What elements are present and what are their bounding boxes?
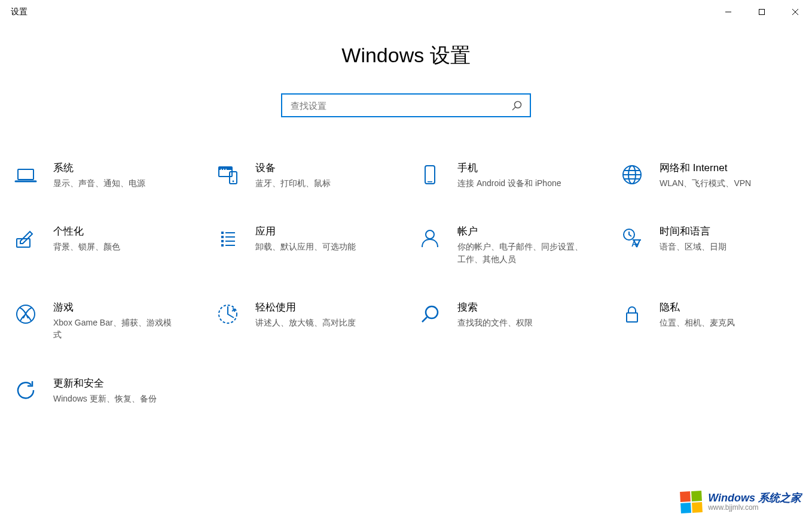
search-input[interactable] [281,93,531,117]
watermark-brand-prefix: Windows [708,492,755,504]
category-title: 网络和 Internet [660,162,799,175]
category-desc: 查找我的文件、权限 [457,317,583,329]
watermark-logo-icon [680,491,703,513]
category-desc: 背景、锁屏、颜色 [53,241,179,253]
category-text: 更新和安全Windows 更新、恢复、备份 [53,377,193,405]
laptop-icon [14,163,38,187]
category-tile-phone[interactable]: 手机连接 Android 设备和 iPhone [414,159,600,191]
minimize-button[interactable] [712,0,745,24]
time-lang-icon [620,226,644,250]
category-text: 应用卸载、默认应用、可选功能 [255,225,395,253]
devices-icon [216,163,240,187]
maximize-icon [758,8,765,16]
category-desc: 语音、区域、日期 [660,241,785,253]
svg-rect-29 [759,10,765,15]
list-icon [216,226,240,250]
category-title: 轻松使用 [255,301,395,314]
close-icon [792,8,799,16]
pen-icon [14,226,38,250]
category-text: 游戏Xbox Game Bar、捕获、游戏模式 [53,301,193,341]
category-text: 网络和 InternetWLAN、飞行模式、VPN [660,162,799,189]
lock-icon [620,302,644,326]
category-tile-time-lang[interactable]: 时间和语言语音、区域、日期 [616,223,802,267]
category-desc: 卸载、默认应用、可选功能 [255,241,381,253]
category-tile-update[interactable]: 更新和安全Windows 更新、恢复、备份 [10,375,196,407]
xbox-icon [14,302,38,326]
category-title: 个性化 [53,225,193,238]
category-tile-devices[interactable]: 设备蓝牙、打印机、鼠标 [212,159,398,191]
category-tile-ease[interactable]: 轻松使用讲述人、放大镜、高对比度 [212,299,398,343]
category-desc: 显示、声音、通知、电源 [53,177,179,189]
maximize-button[interactable] [745,0,779,24]
category-title: 设备 [255,162,395,175]
category-tile-personalize[interactable]: 个性化背景、锁屏、颜色 [10,223,196,267]
update-icon [14,378,38,402]
watermark-brand-suffix: 系统之家 [758,492,801,504]
category-desc: WLAN、飞行模式、VPN [660,177,785,189]
categories-grid: 系统显示、声音、通知、电源设备蓝牙、打印机、鼠标手机连接 Android 设备和… [10,147,802,407]
titlebar: 设置 [0,0,812,24]
category-tile-gaming[interactable]: 游戏Xbox Game Bar、捕获、游戏模式 [10,299,196,343]
minimize-icon [725,8,732,16]
category-tile-search-cat[interactable]: 搜索查找我的文件、权限 [414,299,600,343]
category-text: 帐户你的帐户、电子邮件、同步设置、工作、其他人员 [457,225,597,265]
settings-search [281,93,531,117]
category-desc: 位置、相机、麦克风 [660,317,785,329]
window-title: 设置 [11,7,28,17]
category-title: 系统 [53,162,193,175]
globe-icon [620,163,644,187]
search-icon [418,302,442,326]
person-icon [418,226,442,250]
category-title: 帐户 [457,225,597,238]
category-text: 个性化背景、锁屏、颜色 [53,225,193,253]
watermark: Windows 系统之家 www.bjjmlv.com [680,491,801,513]
category-text: 隐私位置、相机、麦克风 [660,301,799,329]
category-title: 时间和语言 [660,225,799,238]
watermark-text: Windows 系统之家 www.bjjmlv.com [708,492,801,512]
category-desc: 你的帐户、电子邮件、同步设置、工作、其他人员 [457,241,583,265]
watermark-url: www.bjjmlv.com [708,504,801,512]
category-title: 游戏 [53,301,193,314]
category-tile-system[interactable]: 系统显示、声音、通知、电源 [10,159,196,191]
category-title: 隐私 [660,301,799,314]
category-tile-accounts[interactable]: 帐户你的帐户、电子邮件、同步设置、工作、其他人员 [414,223,600,267]
settings-home: Windows 设置 系统显示、声音、通知、电源设备蓝牙、打印机、鼠标手机连接 … [0,24,812,407]
category-title: 搜索 [457,301,597,314]
search-icon [511,100,522,111]
category-desc: 连接 Android 设备和 iPhone [457,177,583,189]
category-tile-apps[interactable]: 应用卸载、默认应用、可选功能 [212,223,398,267]
category-text: 手机连接 Android 设备和 iPhone [457,162,597,189]
category-title: 应用 [255,225,395,238]
category-text: 系统显示、声音、通知、电源 [53,162,193,189]
category-text: 搜索查找我的文件、权限 [457,301,597,329]
window-controls [712,0,812,24]
category-desc: 讲述人、放大镜、高对比度 [255,317,381,329]
category-desc: 蓝牙、打印机、鼠标 [255,177,381,189]
category-tile-privacy[interactable]: 隐私位置、相机、麦克风 [616,299,802,343]
category-text: 轻松使用讲述人、放大镜、高对比度 [255,301,395,329]
search-button[interactable] [507,93,526,117]
category-desc: Xbox Game Bar、捕获、游戏模式 [53,317,179,341]
category-desc: Windows 更新、恢复、备份 [53,393,179,405]
page-title: Windows 设置 [0,42,812,69]
category-text: 时间和语言语音、区域、日期 [660,225,799,253]
category-title: 手机 [457,162,597,175]
category-tile-network[interactable]: 网络和 InternetWLAN、飞行模式、VPN [616,159,802,191]
ease-icon [216,302,240,326]
category-text: 设备蓝牙、打印机、鼠标 [255,162,395,189]
phone-icon [418,163,442,187]
close-button[interactable] [779,0,812,24]
category-title: 更新和安全 [53,377,193,390]
